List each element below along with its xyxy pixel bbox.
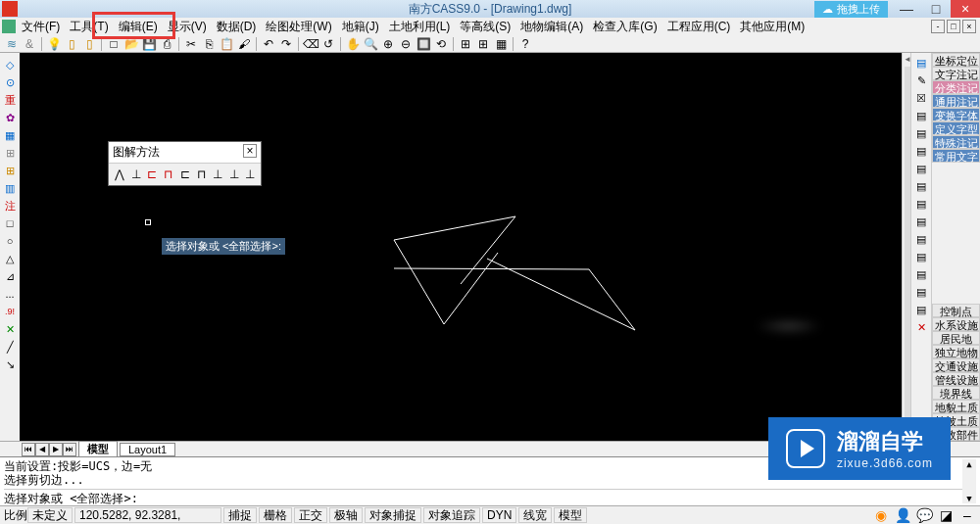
status-person-icon[interactable]: 👤	[894, 507, 911, 523]
status-osnap[interactable]: 对象捕捉	[365, 507, 421, 523]
lt-icon-11[interactable]: △	[2, 251, 18, 266]
doc-close[interactable]: ×	[962, 20, 976, 33]
rp-class-note[interactable]: 分类注记	[932, 80, 980, 94]
ri-icon-6[interactable]: ▤	[913, 161, 929, 176]
rp-general-note[interactable]: 通用注记	[932, 94, 980, 108]
lt-icon-1[interactable]: ⊙	[2, 74, 18, 90]
status-grid[interactable]: 栅格	[259, 507, 292, 523]
rp-landform[interactable]: 地貌土质	[932, 400, 980, 413]
rp-traffic[interactable]: 交通设施	[932, 358, 980, 372]
ri-icon-1[interactable]: ✎	[913, 72, 929, 88]
ft-icon-8[interactable]: ⊥	[242, 167, 258, 182]
redo-icon[interactable]: ↷	[278, 36, 294, 52]
help-icon[interactable]: ?	[517, 36, 533, 52]
drawing-canvas[interactable]: 图解方法 × ⋀ ⊥ ⊏ ⊓ ⊏ ⊓ ⊥ ⊥ ⊥ 选择对象或 <全部选择>:	[20, 53, 902, 441]
rp-coord[interactable]: 坐标定位	[932, 53, 980, 67]
upload-button[interactable]: ☁ 拖拽上传	[814, 1, 888, 18]
ri-icon-0[interactable]: ▤	[913, 55, 929, 71]
menu-land[interactable]: 土地利用(L)	[385, 18, 455, 36]
lt-icon-15[interactable]: ✕	[2, 321, 18, 337]
ft-icon-6[interactable]: ⊥	[210, 167, 225, 182]
print-icon[interactable]: ⎙	[159, 36, 174, 52]
lt-icon-12[interactable]: ⊿	[2, 268, 18, 284]
ft-icon-4[interactable]: ⊏	[177, 167, 193, 182]
properties-icon[interactable]: ⊞	[458, 36, 473, 52]
layer-icon[interactable]: ≋	[4, 36, 20, 52]
lt-icon-14[interactable]: .9!	[2, 304, 18, 319]
right-separator[interactable]	[902, 53, 911, 441]
rp-indep[interactable]: 独立地物	[932, 345, 980, 358]
ri-icon-11[interactable]: ▤	[913, 249, 929, 264]
lt-icon-2[interactable]: 重	[2, 92, 18, 108]
lt-icon-17[interactable]: ↘	[2, 357, 18, 372]
status-model[interactable]: 模型	[554, 507, 587, 523]
copy-icon[interactable]: ⎘	[201, 36, 217, 52]
menu-tools[interactable]: 工具(T)	[66, 18, 112, 36]
zoom-out-icon[interactable]: ⊖	[398, 36, 414, 52]
menu-file[interactable]: 文件(F)	[18, 18, 64, 36]
ri-icon-10[interactable]: ▤	[913, 231, 929, 247]
menu-draw[interactable]: 绘图处理(W)	[262, 18, 335, 36]
close-button[interactable]: ×	[951, 0, 980, 18]
rp-special-note[interactable]: 特殊注记	[932, 135, 980, 149]
zoom-in-icon[interactable]: ⊕	[380, 36, 396, 52]
new-icon[interactable]: □	[106, 36, 122, 52]
status-lweight[interactable]: 线宽	[518, 507, 552, 523]
lt-icon-10[interactable]: ○	[2, 233, 18, 249]
ft-icon-1[interactable]: ⊥	[128, 167, 144, 182]
tab-last[interactable]: ⏭	[63, 443, 76, 456]
status-ortho[interactable]: 正交	[294, 507, 327, 523]
ft-icon-3[interactable]: ⊓	[161, 167, 176, 182]
lt-icon-9[interactable]: □	[2, 215, 18, 231]
vertical-scrollbar[interactable]	[905, 67, 910, 427]
ft-icon-7[interactable]: ⊥	[226, 167, 242, 182]
paste-icon[interactable]: 📋	[219, 36, 234, 52]
lt-icon-6[interactable]: ⊞	[2, 163, 18, 178]
zoom-prev-icon[interactable]: ⟲	[433, 36, 449, 52]
menu-cadastre[interactable]: 地籍(J)	[338, 18, 383, 36]
lt-icon-13[interactable]: ...	[2, 286, 18, 302]
menu-check[interactable]: 检查入库(G)	[589, 18, 661, 36]
cmd-scrollbar[interactable]: ▲▼	[962, 459, 976, 503]
design-center-icon[interactable]: ⊞	[475, 36, 491, 52]
doc-restore[interactable]: □	[947, 20, 960, 33]
rp-residence[interactable]: 居民地	[932, 331, 980, 345]
ft-icon-5[interactable]: ⊓	[193, 167, 209, 182]
tab-next[interactable]: ▶	[49, 443, 63, 456]
menu-display[interactable]: 显示(V)	[164, 18, 211, 36]
doc-minimize[interactable]: -	[931, 20, 945, 33]
ri-icon-5[interactable]: ▤	[913, 143, 929, 159]
lt-icon-8[interactable]: 注	[2, 198, 18, 214]
menu-edit[interactable]: 编辑(E)	[115, 18, 162, 36]
tab-first[interactable]: ⏮	[22, 443, 35, 456]
menu-data[interactable]: 数据(D)	[213, 18, 261, 36]
status-polar[interactable]: 极轴	[329, 507, 363, 523]
rp-def-type[interactable]: 定义字型	[932, 121, 980, 135]
tool-icon[interactable]: ▯	[64, 36, 79, 52]
rp-change-font[interactable]: 变换字体	[932, 108, 980, 121]
rp-control[interactable]: 控制点	[932, 304, 980, 317]
layer-dropdown-icon[interactable]: &	[22, 36, 37, 52]
pan-icon[interactable]: ✋	[345, 36, 361, 52]
rp-text-note[interactable]: 文字注记	[932, 67, 980, 80]
lt-icon-16[interactable]: ╱	[2, 339, 18, 355]
erase-icon[interactable]: ⌫	[303, 36, 318, 52]
tab-prev[interactable]: ◀	[35, 443, 49, 456]
tool-palette-icon[interactable]: ▦	[493, 36, 509, 52]
ft-close-button[interactable]: ×	[243, 144, 257, 158]
undo-icon[interactable]: ↶	[261, 36, 276, 52]
tab-layout1[interactable]: Layout1	[120, 443, 175, 456]
status-dash-icon[interactable]: –	[958, 507, 976, 523]
menu-engineering[interactable]: 工程应用(C)	[663, 18, 735, 36]
ri-icon-14[interactable]: ▤	[913, 302, 929, 317]
status-balloon-icon[interactable]: 💬	[915, 507, 933, 523]
ri-icon-12[interactable]: ▤	[913, 266, 929, 282]
cut-icon[interactable]: ✂	[183, 36, 199, 52]
open-icon[interactable]: 📂	[123, 36, 139, 52]
minimize-button[interactable]: —	[892, 0, 921, 18]
ri-icon-7[interactable]: ▤	[913, 178, 929, 194]
match-icon[interactable]: 🖌	[236, 36, 252, 52]
status-tray-icon[interactable]: ◪	[937, 507, 955, 523]
lt-icon-5[interactable]: ⊞	[2, 145, 18, 161]
ri-icon-9[interactable]: ▤	[913, 214, 929, 229]
